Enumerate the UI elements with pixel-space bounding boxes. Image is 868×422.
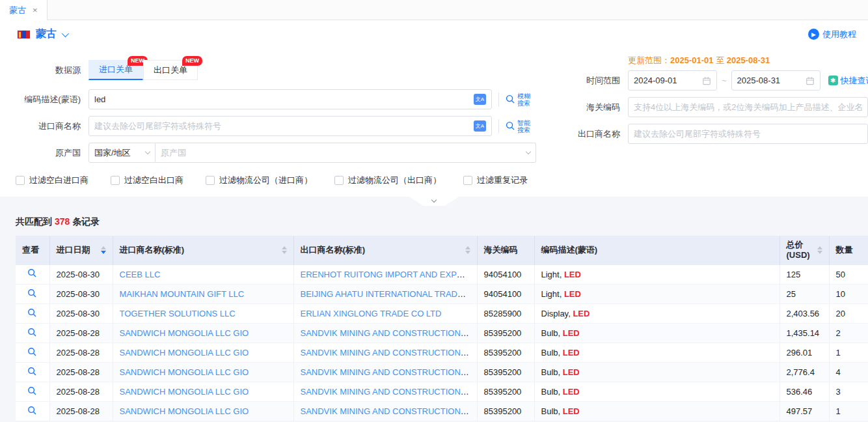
checkbox-filter-blank-importer[interactable]: 过滤空白进口商 <box>16 175 88 186</box>
total-usd-cell: 125 <box>780 265 829 285</box>
chevron-down-icon <box>145 149 150 154</box>
table-row: 2025-08-28 SANDWICH MONGOLIA LLC GIO SAN… <box>16 402 868 421</box>
view-detail-button[interactable] <box>27 268 37 278</box>
origin-input[interactable] <box>161 148 526 158</box>
chevron-down-icon[interactable] <box>62 29 69 36</box>
quick-query-link[interactable]: ✱ 快捷查询 <box>828 75 868 87</box>
exporter-link[interactable]: SANDVIK MINING AND CONSTRUCTION L... <box>301 387 475 397</box>
search-icon <box>27 308 37 318</box>
description-cell: Light, LED <box>534 285 780 304</box>
quick-query-icon: ✱ <box>828 76 838 85</box>
date-end-input[interactable]: 2025-08-31 <box>731 70 821 91</box>
view-detail-button[interactable] <box>27 367 37 376</box>
col-hs-code: 海关编码 <box>477 236 534 265</box>
checkbox-icon <box>111 176 120 185</box>
view-detail-button[interactable] <box>27 308 37 318</box>
search-icon <box>506 121 515 131</box>
importer-input[interactable] <box>94 121 474 131</box>
col-import-date[interactable]: 进口日期 <box>49 236 113 265</box>
exporter-link[interactable]: BEIJING AHATU INTERNATIONAL TRADE C... <box>301 289 478 299</box>
importer-cell: SANDWICH MONGOLIA LLC GIO <box>113 324 293 343</box>
tab-mongolia[interactable]: 蒙古 × <box>0 0 47 20</box>
checkbox-filter-duplicates[interactable]: 过滤重复记录 <box>463 175 528 186</box>
exporter-link[interactable]: ERLIAN XINGLONG TRADE CO LTD <box>301 309 442 318</box>
importer-link[interactable]: SANDWICH MONGOLIA LLC GIO <box>120 367 249 377</box>
sort-icon[interactable] <box>465 246 470 254</box>
view-detail-button[interactable] <box>27 288 37 298</box>
exporter-link[interactable]: SANDVIK MINING AND CONSTRUCTION L... <box>301 348 475 358</box>
importer-link[interactable]: SANDWICH MONGOLIA LLC GIO <box>120 348 249 358</box>
exporter-link[interactable]: SANDVIK MINING AND CONSTRUCTION L... <box>301 406 475 416</box>
tab-export-declarations[interactable]: 出口关单 NEW <box>143 60 198 80</box>
view-detail-button[interactable] <box>27 328 37 337</box>
exporter-input[interactable] <box>634 129 862 139</box>
exporter-link[interactable]: SANDVIK MINING AND CONSTRUCTION L... <box>301 328 475 338</box>
col-exporter[interactable]: 出口商名称(标准) <box>293 236 477 265</box>
exporter-link[interactable]: SANDVIK MINING AND CONSTRUCTION L... <box>301 367 475 377</box>
keyword-highlight: LED <box>563 406 580 416</box>
code-desc-input[interactable] <box>94 94 474 104</box>
import-date-cell: 2025-08-28 <box>49 402 113 421</box>
hs-code-cell: 85285900 <box>477 304 534 324</box>
importer-link[interactable]: TOGETHER SOLUTIONS LLC <box>120 309 236 318</box>
col-importer[interactable]: 进口商名称(标准) <box>113 236 293 265</box>
importer-label: 进口商名称 <box>0 120 88 132</box>
importer-input-wrap: 文A <box>88 116 492 136</box>
table-header-row: 查看 进口日期 进口商名称(标准) 出口商名称(标准) 海关编码 编码描述(蒙语… <box>16 236 868 265</box>
sort-icon[interactable] <box>101 246 106 254</box>
checkbox-icon <box>206 176 215 185</box>
exporter-link[interactable]: ERENHOT RUITONG IMPORT AND EXPORT ... <box>301 270 478 279</box>
sort-icon[interactable] <box>817 246 822 254</box>
checkbox-filter-logistics-importer[interactable]: 过滤物流公司（进口商） <box>206 175 312 186</box>
update-range: 更新范围：2025-01-01 至 2025-08-31 <box>550 55 868 66</box>
view-detail-button[interactable] <box>27 386 37 396</box>
tab-import-declarations[interactable]: 进口关单 NEW <box>88 60 143 80</box>
search-icon <box>27 386 37 396</box>
quantity-cell: 20 <box>829 304 868 324</box>
view-cell <box>16 343 49 363</box>
checkbox-filter-blank-exporter[interactable]: 过滤空白出口商 <box>111 175 183 186</box>
table-row: 2025-08-28 SANDWICH MONGOLIA LLC GIO SAN… <box>16 382 868 402</box>
mongolia-flag-icon <box>17 30 31 39</box>
total-usd-cell: 2,776.4 <box>780 363 829 382</box>
importer-link[interactable]: MAIKHAN MOUNTAIN GIFT LLC <box>120 289 245 299</box>
importer-link[interactable]: CEEB LLC <box>120 270 161 279</box>
importer-link[interactable]: SANDWICH MONGOLIA LLC GIO <box>120 328 249 338</box>
importer-link[interactable]: SANDWICH MONGOLIA LLC GIO <box>120 406 249 416</box>
view-detail-button[interactable] <box>27 406 37 415</box>
sort-icon[interactable] <box>282 246 287 254</box>
exporter-cell: SANDVIK MINING AND CONSTRUCTION L... <box>293 324 477 343</box>
hs-code-input[interactable] <box>634 102 862 112</box>
quantity-cell: 2 <box>829 324 868 343</box>
import-date-cell: 2025-08-28 <box>49 382 113 402</box>
view-detail-button[interactable] <box>27 347 37 357</box>
translate-icon[interactable]: 文A <box>474 120 486 132</box>
hs-code-cell: 85395200 <box>477 363 534 382</box>
total-usd-cell: 25 <box>780 285 829 304</box>
checkbox-filter-logistics-exporter[interactable]: 过滤物流公司（出口商） <box>334 175 441 186</box>
importer-cell: SANDWICH MONGOLIA LLC GIO <box>113 343 293 363</box>
search-icon <box>27 367 37 376</box>
date-start-input[interactable]: 2024-09-01 <box>628 70 717 91</box>
importer-cell: SANDWICH MONGOLIA LLC GIO <box>113 402 293 421</box>
keyword-highlight: LED <box>563 367 580 377</box>
smart-search-toggle[interactable]: 智能 搜索 <box>498 119 530 134</box>
exporter-label: 出口商名称 <box>550 128 628 140</box>
checkbox-icon <box>16 176 25 185</box>
hs-code-cell: 94054100 <box>477 265 534 285</box>
quantity-cell: 4 <box>829 363 868 382</box>
collapse-strip <box>0 197 868 207</box>
translate-icon[interactable]: 文A <box>474 94 486 105</box>
tutorial-link[interactable]: ▶ 使用教程 <box>808 29 856 40</box>
view-cell <box>16 382 49 402</box>
close-icon[interactable]: × <box>33 6 38 14</box>
fuzzy-search-toggle[interactable]: 模糊 搜索 <box>498 92 530 107</box>
tab-bar: 蒙古 × <box>0 0 868 20</box>
fuzzy-search-label: 模糊 搜索 <box>517 92 530 107</box>
data-source-label: 数据源 <box>0 64 88 76</box>
collapse-filters-button[interactable] <box>409 197 459 206</box>
col-total-usd[interactable]: 总价 (USD) <box>780 236 829 265</box>
importer-link[interactable]: SANDWICH MONGOLIA LLC GIO <box>120 387 249 397</box>
quantity-cell: 1 <box>829 343 868 363</box>
origin-type-select[interactable]: 国家/地区 <box>88 143 156 163</box>
